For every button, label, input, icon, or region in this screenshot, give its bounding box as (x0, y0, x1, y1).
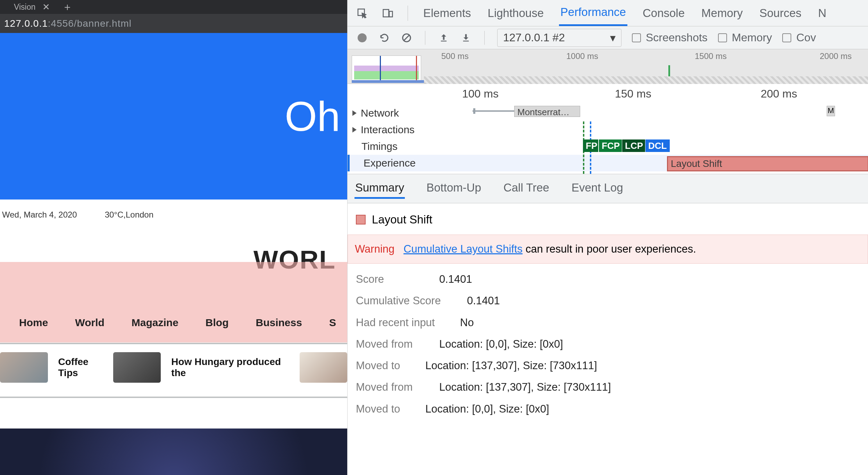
svg-rect-5 (441, 41, 446, 41)
timing-fcp[interactable]: FCP (599, 139, 622, 152)
overview-selection[interactable] (352, 56, 421, 81)
browser-tab[interactable]: Vision ✕ (3, 0, 60, 14)
separator (484, 31, 485, 45)
overview-tick: 1000 ms (566, 51, 598, 61)
url-bar[interactable]: 127.0.0.1:4556/banner.html (0, 14, 347, 33)
panel-tab-performance[interactable]: Performance (559, 0, 627, 26)
cls-highlight (0, 262, 347, 304)
main-nav: Home World Magazine Blog Business S (0, 311, 347, 335)
panel-tab-sources[interactable]: Sources (758, 1, 803, 25)
experience-layout-shift[interactable]: Layout Shift (667, 156, 868, 171)
browser-pane: Vision ✕ ＋ 127.0.0.1:4556/banner.html Oh… (0, 0, 347, 475)
weather-label: 30°C,London (105, 210, 153, 220)
track-label: Experience (364, 157, 416, 169)
warning-text: can result in poor user experiences. (523, 243, 696, 255)
kv-value: No (460, 313, 474, 332)
nav-item-more[interactable]: S (329, 317, 336, 329)
article-thumbnail[interactable] (0, 352, 48, 383)
panel-tab-memory[interactable]: Memory (700, 1, 744, 25)
event-color-swatch (356, 215, 366, 224)
panel-tab-lighthouse[interactable]: Lighthouse (486, 1, 545, 25)
chevron-down-icon: ▾ (610, 31, 616, 44)
checkbox-box (782, 33, 791, 42)
subtab-summary[interactable]: Summary (354, 178, 405, 199)
checkbox-label: Memory (732, 31, 772, 44)
download-profile-icon[interactable] (460, 32, 472, 44)
article-title[interactable]: How Hungary produced the (171, 356, 289, 379)
kv-key: Moved to (356, 400, 415, 418)
network-request-chip[interactable]: Montserrat… (514, 106, 580, 117)
network-whisker (473, 108, 475, 114)
record-button[interactable] (356, 32, 368, 44)
banner-text: Oh (285, 92, 340, 140)
coverage-checkbox[interactable]: Cov (782, 31, 816, 44)
inspect-element-icon[interactable] (356, 7, 368, 19)
kv-value: Location: [0,0], Size: [0x0] (439, 335, 563, 354)
url-host: 127.0.0.1 (4, 18, 48, 29)
device-toggle-icon[interactable] (382, 7, 394, 19)
warning-label: Warning (355, 243, 394, 255)
timeline-overview[interactable]: 500 ms 1000 ms 1500 ms 2000 ms (348, 49, 868, 84)
tab-title: Vision (14, 2, 35, 12)
summary-detail: Layout Shift Warning Cumulative Layout S… (348, 203, 868, 421)
timing-fp[interactable]: FP (583, 139, 598, 152)
url-path: /banner.html (74, 18, 132, 29)
kv-key: Moved from (356, 378, 429, 397)
track-label: Timings (361, 141, 398, 152)
close-tab-icon[interactable]: ✕ (42, 2, 50, 12)
article-title[interactable]: Coffee Tips (58, 356, 103, 379)
screenshots-checkbox[interactable]: Screenshots (632, 31, 708, 44)
timing-lcp[interactable]: LCP (622, 139, 645, 152)
subtab-event-log[interactable]: Event Log (571, 178, 624, 199)
kv-key: Moved from (356, 335, 429, 354)
nav-item-world[interactable]: World (75, 317, 104, 329)
checkbox-label: Cov (796, 31, 816, 44)
article-thumbnail[interactable] (300, 352, 348, 383)
devtools-panel-tabs: Elements Lighthouse Performance Console … (348, 0, 868, 26)
url-port: :4556 (48, 18, 74, 29)
info-strip: Wed, March 4, 2020 30°C,London (0, 200, 347, 225)
overview-tick: 1500 ms (695, 51, 727, 61)
checkbox-box (718, 33, 727, 42)
upload-profile-icon[interactable] (438, 32, 450, 44)
track-lanes: Montserrat… M FP FCP LCP DCL Layout Shif… (445, 105, 868, 174)
time-ruler: 100 ms 150 ms 200 ms (348, 84, 868, 105)
subtab-call-tree[interactable]: Call Tree (503, 178, 550, 199)
clear-button[interactable] (401, 32, 412, 44)
panel-tab-console[interactable]: Console (641, 1, 686, 25)
expand-icon (352, 110, 357, 116)
network-request-chip[interactable]: M (827, 106, 835, 116)
panel-tab-more[interactable]: N (817, 1, 828, 25)
memory-checkbox[interactable]: Memory (718, 31, 772, 44)
new-tab-button[interactable]: ＋ (60, 0, 74, 14)
ruler-tick: 200 ms (761, 87, 797, 100)
nav-item-home[interactable]: Home (19, 317, 48, 329)
nav-item-business[interactable]: Business (256, 317, 302, 329)
svg-rect-1 (383, 9, 389, 17)
performance-toolbar: 127.0.0.1 #2 ▾ Screenshots Memory Cov (348, 26, 868, 49)
nav-item-blog[interactable]: Blog (206, 317, 229, 329)
svg-rect-6 (463, 41, 469, 41)
ruler-tick: 100 ms (462, 87, 499, 100)
checkbox-label: Screenshots (646, 31, 708, 44)
track-label: Network (361, 107, 399, 119)
kv-key: Cumulative Score (356, 291, 457, 310)
nav-item-magazine[interactable]: Magazine (132, 317, 178, 329)
reload-button[interactable] (378, 32, 390, 44)
cls-doc-link[interactable]: Cumulative Layout Shifts (403, 243, 523, 255)
network-whisker (473, 110, 514, 112)
profile-select[interactable]: 127.0.0.1 #2 ▾ (497, 29, 621, 47)
article-thumbnail[interactable] (113, 352, 161, 383)
divider (0, 343, 347, 344)
cls-warning: Warning Cumulative Layout Shifts can res… (348, 235, 868, 264)
expand-icon (352, 127, 357, 133)
detail-subtabs: Summary Bottom-Up Call Tree Event Log (348, 174, 868, 203)
date-label: Wed, March 4, 2020 (2, 210, 77, 220)
event-title: Layout Shift (372, 210, 432, 230)
flame-chart[interactable]: 100 ms 150 ms 200 ms Network Interaction… (348, 84, 868, 174)
timing-dcl[interactable]: DCL (645, 139, 670, 152)
devtools-pane: Elements Lighthouse Performance Console … (347, 0, 868, 475)
svg-line-4 (404, 35, 409, 40)
panel-tab-elements[interactable]: Elements (422, 1, 473, 25)
subtab-bottom-up[interactable]: Bottom-Up (426, 178, 482, 199)
